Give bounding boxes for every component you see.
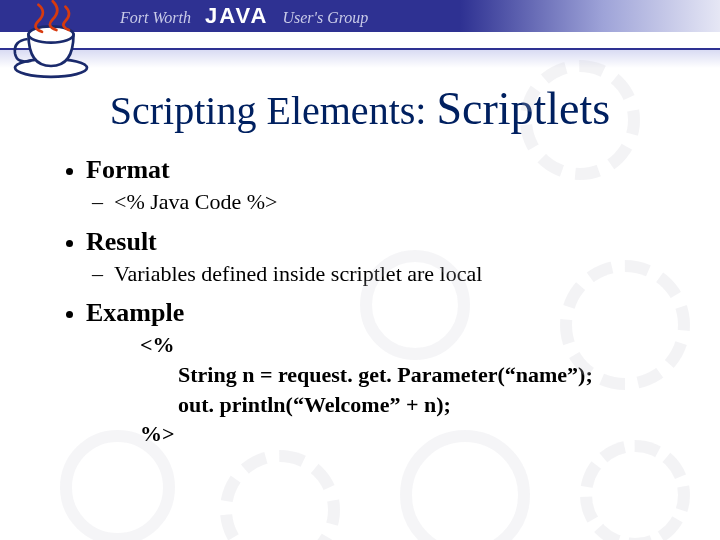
banner-java: JAVA <box>205 3 268 29</box>
bullet-example-heading: Example <box>86 298 184 327</box>
banner-fort-worth: Fort Worth <box>120 9 191 27</box>
bullet-example: Example <% String n = request. get. Para… <box>86 298 680 449</box>
banner-users-group: User's Group <box>282 9 368 27</box>
code-open-tag: <% <box>140 332 175 357</box>
code-close-tag: %> <box>140 421 175 446</box>
header-banner: Fort Worth JAVA User's Group <box>0 0 720 32</box>
banner-gradient <box>460 0 720 32</box>
bullet-result: Result Variables defined inside scriptle… <box>86 227 680 289</box>
bullet-result-item: Variables defined inside scriptlet are l… <box>114 259 680 289</box>
bullet-result-heading: Result <box>86 227 157 256</box>
bullet-format: Format <% Java Code %> <box>86 155 680 217</box>
title-emphasis: Scriptlets <box>436 83 610 134</box>
code-line-1: String n = request. get. Parameter(“name… <box>140 360 680 390</box>
title-prefix: Scripting Elements: <box>110 88 437 133</box>
coffee-cup-icon <box>6 0 96 84</box>
slide-title: Scripting Elements: Scriptlets <box>0 82 720 135</box>
header-band <box>0 50 720 68</box>
slide-body: Format <% Java Code %> Result Variables … <box>60 155 680 449</box>
bullet-format-heading: Format <box>86 155 170 184</box>
example-code-block: <% String n = request. get. Parameter(“n… <box>140 330 680 449</box>
banner-text: Fort Worth JAVA User's Group <box>120 3 368 29</box>
bullet-format-item: <% Java Code %> <box>114 187 680 217</box>
code-line-2: out. println(“Welcome” + n); <box>140 390 680 420</box>
